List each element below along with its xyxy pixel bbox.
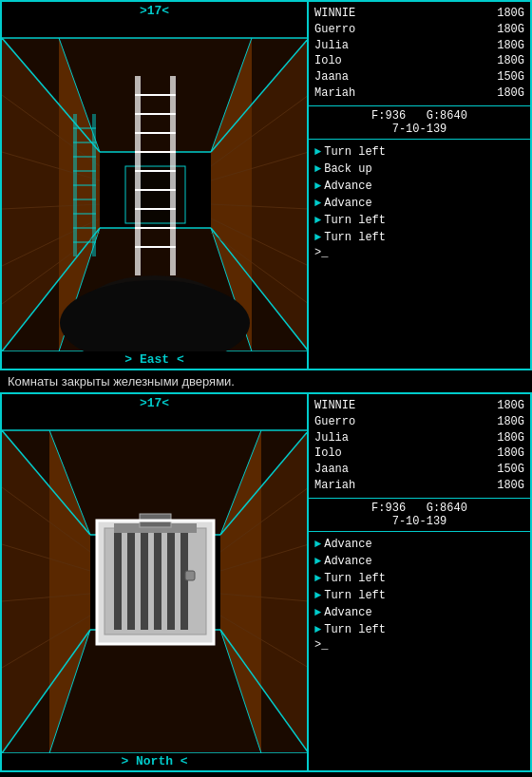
stat-row-2-1: Guerro 180G (314, 414, 524, 430)
cmd-item-1-2[interactable]: Advance (314, 178, 524, 195)
right-panel-1: WINNIE 180G Guerro 180G Julia 180G Iolo … (309, 0, 532, 370)
info-box-2: F:936 G:8640 7-10-139 (309, 499, 530, 532)
viewport-panel-2: 17 (0, 392, 309, 772)
stat-row-3: Iolo 180G (314, 53, 524, 69)
stat-gold-2-1: 180G (497, 414, 524, 430)
stat-gold-0: 180G (497, 6, 524, 22)
scene-1 (2, 19, 309, 351)
stat-name-3: Iolo (314, 53, 342, 69)
viewport-panel-1: 17 (0, 0, 309, 370)
svg-rect-29 (125, 166, 185, 223)
stat-gold-2-3: 180G (497, 445, 524, 462)
svg-rect-30 (135, 76, 141, 275)
stat-gold-2-5: 180G (497, 478, 524, 494)
stat-gold-2-2: 180G (497, 430, 524, 446)
stat-name-2-5: Mariah (314, 478, 355, 494)
stat-gold-2-4: 150G (497, 462, 524, 478)
stat-gold-5: 180G (497, 85, 524, 102)
svg-rect-88 (180, 533, 188, 630)
cmd-item-2-4[interactable]: Advance (314, 604, 524, 621)
svg-rect-91 (185, 571, 195, 580)
stat-row-4: Jaana 150G (314, 69, 524, 85)
stat-name-0: WINNIE (314, 6, 355, 22)
stat-row-2: Julia 180G (314, 38, 524, 54)
stat-row-2-2: Julia 180G (314, 430, 524, 446)
stat-row-5: Mariah 180G (314, 85, 524, 102)
stat-name-1: Guerro (314, 22, 355, 38)
stat-name-2-1: Guerro (314, 414, 355, 430)
cmd-item-2-3[interactable]: Turn left (314, 587, 524, 604)
level-indicator-1: 17 (2, 2, 307, 20)
right-panel-2: WINNIE 180G Guerro 180G Julia 180G Iolo … (309, 392, 532, 772)
svg-rect-84 (127, 533, 135, 630)
commands-box-1: Turn left Back up Advance Advance Turn l… (309, 140, 530, 369)
stat-name-5: Mariah (314, 85, 355, 102)
stats-box-1: WINNIE 180G Guerro 180G Julia 180G Iolo … (309, 2, 530, 106)
dir-indicator-1: East (2, 351, 307, 369)
stat-row-1: Guerro 180G (314, 22, 524, 38)
cmd-item-2-5[interactable]: Turn left (314, 621, 524, 638)
game-section-1: 17 (0, 0, 532, 370)
svg-rect-31 (170, 76, 176, 275)
svg-rect-87 (167, 533, 175, 630)
coords-1: 7-10-139 (314, 123, 524, 136)
stat-name-2-3: Iolo (314, 445, 342, 462)
cmd-item-1-0[interactable]: Turn left (314, 143, 524, 161)
scene-2 (2, 411, 309, 753)
cmd-item-1-5[interactable]: Turn left (314, 229, 524, 246)
cmd-item-1-3[interactable]: Advance (314, 195, 524, 212)
svg-rect-83 (114, 533, 122, 630)
prompt-1[interactable]: >_ (314, 246, 524, 259)
stat-row-2-0: WINNIE 180G (314, 398, 524, 414)
stat-row-2-3: Iolo 180G (314, 445, 524, 462)
stat-gold-2: 180G (497, 38, 524, 54)
stat-gold-2-0: 180G (497, 398, 524, 414)
info-box-1: F:936 G:8640 7-10-139 (309, 106, 530, 140)
cmd-item-2-0[interactable]: Advance (314, 536, 524, 553)
cmd-item-1-1[interactable]: Back up (314, 161, 524, 178)
game-section-2: 17 (0, 392, 532, 772)
stat-name-2-2: Julia (314, 430, 349, 446)
cmd-item-2-2[interactable]: Turn left (314, 570, 524, 587)
stat-gold-1: 180G (497, 22, 524, 38)
stat-name-2-0: WINNIE (314, 398, 355, 414)
prompt-2[interactable]: >_ (314, 638, 524, 652)
stat-name-2: Julia (314, 38, 349, 54)
cmd-item-2-1[interactable]: Advance (314, 553, 524, 570)
svg-rect-85 (141, 533, 148, 630)
dir-indicator-2: North (2, 752, 307, 770)
level-indicator-2: 17 (2, 394, 307, 412)
food-gold-1: F:936 G:8640 (314, 109, 524, 123)
stat-row-0: WINNIE 180G (314, 6, 524, 22)
stats-box-2: WINNIE 180G Guerro 180G Julia 180G Iolo … (309, 394, 530, 499)
svg-rect-86 (154, 533, 162, 630)
stat-name-4: Jaana (314, 69, 349, 85)
food-gold-2: F:936 G:8640 (314, 502, 524, 515)
cmd-item-1-4[interactable]: Turn left (314, 212, 524, 229)
stat-gold-4: 150G (497, 69, 524, 85)
stat-name-2-4: Jaana (314, 462, 349, 478)
stat-row-2-4: Jaana 150G (314, 462, 524, 478)
stat-row-2-5: Mariah 180G (314, 478, 524, 494)
stat-gold-3: 180G (497, 53, 524, 69)
coords-2: 7-10-139 (314, 515, 524, 528)
commands-box-2: Advance Advance Turn left Turn left Adva… (309, 532, 530, 770)
separator-text: Комнаты закрыты железными дверями. (0, 370, 532, 392)
